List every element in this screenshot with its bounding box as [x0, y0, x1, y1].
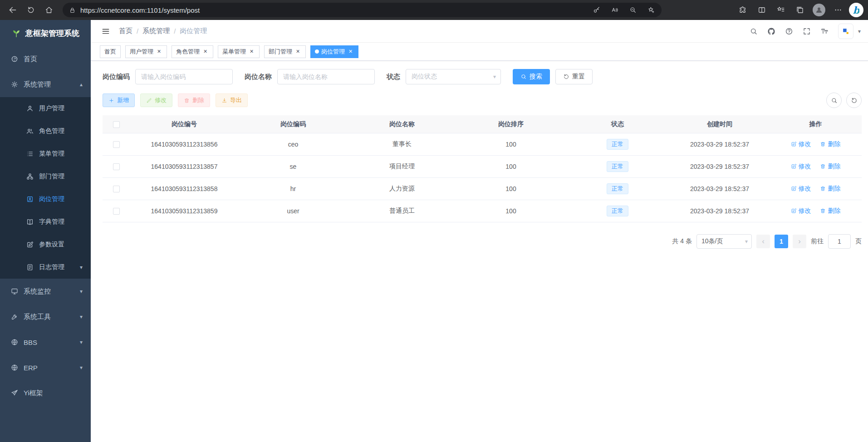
breadcrumb-item[interactable]: 首页 / [119, 27, 142, 35]
row-edit-button[interactable]: 修改 [791, 162, 811, 171]
sidebar-menu-item[interactable]: 参数设置 [0, 233, 91, 256]
row-edit-button[interactable]: 修改 [791, 185, 811, 193]
post-code-input[interactable] [135, 69, 233, 84]
add-button[interactable]: 新增 [103, 93, 135, 107]
breadcrumb-item[interactable]: 系统管理 / [142, 27, 180, 35]
split-screen-icon[interactable] [754, 2, 770, 18]
sidebar-menu-item[interactable]: BBS ▾ [0, 329, 91, 355]
sidebar-toggle-button[interactable] [98, 24, 113, 39]
goto-page-input[interactable] [828, 234, 851, 249]
menu-item-label: 系统监控 [24, 287, 51, 296]
post-name-input[interactable] [277, 69, 375, 84]
sidebar-menu-item[interactable]: ERP ▾ [0, 355, 91, 380]
tab[interactable]: 菜单管理 × [218, 45, 260, 58]
app-logo[interactable]: 意框架管理系统 [0, 20, 91, 46]
browser-back-button[interactable] [5, 2, 21, 18]
tab-close-icon[interactable]: × [248, 48, 255, 55]
sidebar-menu-item[interactable]: 系统管理 ▴ [0, 72, 91, 97]
row-delete-button[interactable]: 删除 [820, 140, 840, 148]
browser-menu-button[interactable] [830, 2, 846, 18]
sidebar-menu-item[interactable]: 菜单管理 [0, 142, 91, 165]
reset-button[interactable]: 重置 [555, 69, 593, 84]
status-select[interactable]: 岗位状态 ▾ [406, 69, 501, 84]
row-delete-button[interactable]: 删除 [820, 185, 840, 193]
font-size-icon[interactable] [820, 27, 829, 35]
tab-close-icon[interactable]: × [294, 48, 301, 55]
breadcrumb-label[interactable]: 系统管理 [142, 27, 170, 35]
sidebar-menu-item[interactable]: 部门管理 [0, 165, 91, 188]
column-post-code: 岗位编码 [239, 120, 348, 128]
favorites-bar-icon[interactable] [773, 2, 789, 18]
menu-item-label: 部门管理 [39, 172, 64, 181]
breadcrumb-label[interactable]: 岗位管理 [180, 27, 207, 35]
sidebar-menu-item[interactable]: 系统监控 ▾ [0, 279, 91, 304]
site-info-icon[interactable] [69, 7, 76, 14]
extensions-icon[interactable] [735, 2, 751, 18]
sidebar-menu-item[interactable]: 角色管理 [0, 120, 91, 142]
help-icon[interactable] [785, 27, 793, 35]
menu-item-label: ERP [24, 364, 38, 372]
breadcrumb-item[interactable]: 岗位管理 / [180, 27, 207, 35]
fullscreen-icon[interactable] [803, 27, 811, 35]
sidebar-menu-item[interactable]: 系统工具 ▾ [0, 304, 91, 329]
add-favorite-icon[interactable] [644, 3, 658, 17]
password-key-icon[interactable] [590, 3, 603, 17]
edit-button[interactable]: 修改 [140, 93, 172, 107]
browser-home-button[interactable] [41, 2, 57, 18]
sidebar-menu-item[interactable]: 用户管理 [0, 97, 91, 120]
tab-close-icon[interactable]: × [347, 48, 354, 55]
export-button[interactable]: 导出 [216, 93, 248, 107]
user-avatar[interactable] [838, 24, 853, 39]
row-delete-button[interactable]: 删除 [820, 162, 840, 171]
github-icon[interactable] [767, 27, 775, 35]
show-search-toggle-button[interactable] [826, 93, 842, 108]
browser-profile-button[interactable] [811, 2, 827, 18]
collections-icon[interactable] [792, 2, 808, 18]
tab-label: 首页 [104, 48, 116, 56]
tab[interactable]: 用户管理 × [125, 45, 167, 58]
search-button[interactable]: 搜索 [513, 69, 550, 84]
header-search-icon[interactable] [750, 27, 758, 35]
tab[interactable]: 角色管理 × [172, 45, 213, 58]
active-tab-dot [315, 49, 319, 54]
page-size-select[interactable]: 10条/页 ▾ [696, 234, 752, 249]
tab[interactable]: 首页 × [100, 45, 121, 58]
row-delete-button[interactable]: 删除 [820, 207, 840, 215]
sidebar-menu-item[interactable]: Yi框架 [0, 380, 91, 406]
row-checkbox[interactable] [113, 186, 120, 192]
page-number-button[interactable]: 1 [775, 235, 788, 248]
select-all-checkbox[interactable] [113, 121, 120, 128]
sidebar-menu-item[interactable]: 岗位管理 [0, 188, 91, 211]
app-title: 意框架管理系统 [25, 28, 79, 39]
breadcrumb-label[interactable]: 首页 [119, 27, 132, 35]
refresh-table-button[interactable] [846, 93, 862, 108]
app-header: 首页 / 系统管理 / 岗位管理 / [91, 20, 868, 43]
menu-item-label: 参数设置 [39, 241, 64, 249]
menu-item-label: 日志管理 [39, 263, 64, 271]
browser-reload-button[interactable] [23, 2, 39, 18]
address-bar[interactable]: https://ccnetcore.com:1101/system/post [63, 3, 662, 17]
tab[interactable]: 部门管理 × [264, 45, 306, 58]
menu-item-icon [26, 264, 34, 271]
tab-label: 部门管理 [269, 48, 292, 56]
delete-button[interactable]: 删除 [178, 93, 210, 107]
tab[interactable]: 岗位管理 × [310, 45, 358, 58]
menu-item-icon [11, 389, 18, 397]
sidebar-menu-item[interactable]: 首页 [0, 46, 91, 72]
next-page-button[interactable]: › [793, 235, 806, 248]
sidebar-menu-item[interactable]: 字典管理 [0, 211, 91, 233]
zoom-out-icon[interactable] [626, 3, 640, 17]
bing-chat-button[interactable]: b [849, 3, 863, 17]
read-aloud-icon[interactable] [608, 3, 622, 17]
row-edit-button[interactable]: 修改 [791, 140, 811, 148]
url-text[interactable]: https://ccnetcore.com:1101/system/post [80, 6, 585, 14]
row-checkbox[interactable] [113, 208, 120, 215]
prev-page-button[interactable]: ‹ [756, 235, 770, 248]
row-checkbox[interactable] [113, 163, 120, 170]
tab-close-icon[interactable]: × [202, 48, 209, 55]
sidebar-menu-item[interactable]: 日志管理 ▾ [0, 256, 91, 279]
row-checkbox[interactable] [113, 141, 120, 148]
tab-close-icon[interactable]: × [156, 48, 162, 55]
row-edit-button[interactable]: 修改 [791, 207, 811, 215]
avatar-caret-icon[interactable]: ▾ [858, 28, 861, 34]
